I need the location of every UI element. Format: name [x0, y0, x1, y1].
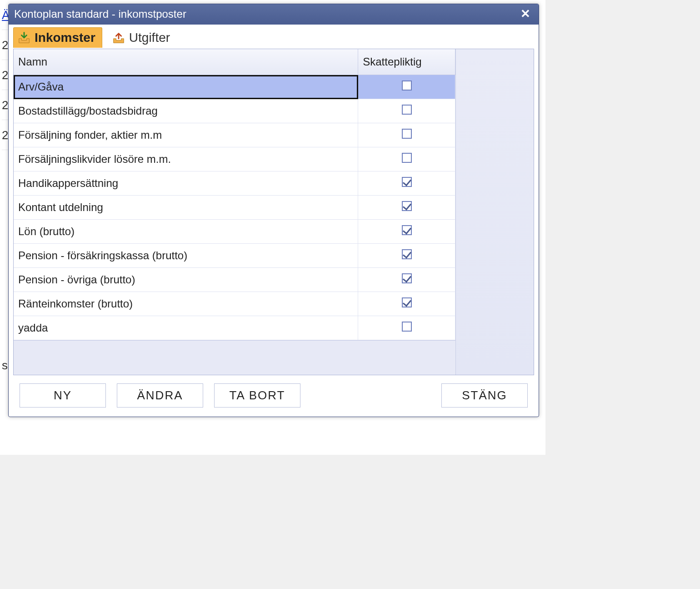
inbox-down-icon	[17, 31, 31, 45]
table-row[interactable]: Pension - försäkringskassa (brutto)	[14, 244, 455, 268]
table-row[interactable]: Handikappersättning	[14, 171, 455, 196]
row-name-cell[interactable]: Försäljning fonder, aktier m.m	[14, 123, 358, 147]
taxable-checkbox[interactable]	[402, 81, 412, 91]
taxable-checkbox[interactable]	[402, 273, 412, 283]
tab-expenses[interactable]: Utgifter	[108, 27, 177, 48]
row-taxable-cell[interactable]	[358, 292, 455, 316]
row-name-cell[interactable]: Pension - försäkringskassa (brutto)	[14, 244, 358, 268]
taxable-checkbox[interactable]	[402, 105, 412, 115]
grid-scroll-gutter[interactable]	[455, 49, 534, 375]
buttonbar: NY ÄNDRA TA BORT STÄNG	[13, 375, 534, 410]
table-row[interactable]: Försäljningslikvider lösöre m.m.	[14, 147, 455, 171]
table-row[interactable]: Arv/Gåva	[14, 75, 455, 99]
tab-income[interactable]: Inkomster	[13, 27, 102, 48]
dialog: Kontoplan standard - inkomstposter ✕ Ink…	[8, 4, 539, 417]
row-name-cell[interactable]: Handikappersättning	[14, 171, 358, 196]
tabstrip: Inkomster Utgifter	[9, 25, 539, 48]
row-name-cell[interactable]: Pension - övriga (brutto)	[14, 268, 358, 292]
col-header-name[interactable]: Namn	[14, 49, 358, 75]
taxable-checkbox[interactable]	[402, 201, 412, 211]
row-taxable-cell[interactable]	[358, 75, 455, 99]
taxable-checkbox[interactable]	[402, 153, 412, 163]
window-title: Kontoplan standard - inkomstposter	[14, 8, 186, 20]
row-name-cell[interactable]: Bostadstillägg/bostadsbidrag	[14, 99, 358, 123]
table-row[interactable]: Kontant utdelning	[14, 196, 455, 220]
table-row[interactable]: Bostadstillägg/bostadsbidrag	[14, 99, 455, 123]
row-taxable-cell[interactable]	[358, 196, 455, 220]
row-taxable-cell[interactable]	[358, 147, 455, 171]
row-taxable-cell[interactable]	[358, 244, 455, 268]
row-name-cell[interactable]: Arv/Gåva	[14, 75, 358, 99]
taxable-checkbox[interactable]	[402, 322, 412, 332]
row-name-cell[interactable]: yadda	[14, 316, 358, 340]
row-name-cell[interactable]: Ränteinkomster (brutto)	[14, 292, 358, 316]
row-name-cell[interactable]: Försäljningslikvider lösöre m.m.	[14, 147, 358, 171]
table-row[interactable]: Lön (brutto)	[14, 220, 455, 244]
row-taxable-cell[interactable]	[358, 268, 455, 292]
row-name-cell[interactable]: Lön (brutto)	[14, 220, 358, 244]
row-taxable-cell[interactable]	[358, 123, 455, 147]
new-button[interactable]: NY	[20, 383, 106, 408]
edit-button[interactable]: ÄNDRA	[117, 383, 203, 408]
row-taxable-cell[interactable]	[358, 220, 455, 244]
taxable-checkbox[interactable]	[402, 129, 412, 139]
taxable-checkbox[interactable]	[402, 297, 412, 307]
backdrop: ÄL 2 2 2 2 s Kontoplan standard - inkoms…	[0, 0, 545, 455]
row-taxable-cell[interactable]	[358, 316, 455, 340]
taxable-checkbox[interactable]	[402, 225, 412, 235]
table-row[interactable]: Pension - övriga (brutto)	[14, 268, 455, 292]
inbox-up-icon	[112, 31, 125, 45]
grid-body: Arv/GåvaBostadstillägg/bostadsbidragFörs…	[14, 75, 455, 340]
taxable-checkbox[interactable]	[402, 177, 412, 187]
row-name-cell[interactable]: Kontant utdelning	[14, 196, 358, 220]
table-row[interactable]: Ränteinkomster (brutto)	[14, 292, 455, 316]
close-icon[interactable]: ✕	[518, 7, 533, 21]
titlebar[interactable]: Kontoplan standard - inkomstposter ✕	[9, 4, 539, 25]
tab-expenses-label: Utgifter	[129, 30, 170, 45]
tab-income-label: Inkomster	[35, 30, 95, 45]
grid-table[interactable]: Namn Skattepliktig Arv/GåvaBostadstilläg…	[14, 49, 455, 340]
close-button[interactable]: STÄNG	[441, 383, 528, 408]
grid-empty-area	[14, 340, 455, 375]
table-row[interactable]: yadda	[14, 316, 455, 340]
delete-button[interactable]: TA BORT	[214, 383, 300, 408]
grid: Namn Skattepliktig Arv/GåvaBostadstilläg…	[13, 49, 534, 375]
taxable-checkbox[interactable]	[402, 249, 412, 259]
row-taxable-cell[interactable]	[358, 171, 455, 196]
col-header-taxable[interactable]: Skattepliktig	[358, 49, 455, 75]
table-row[interactable]: Försäljning fonder, aktier m.m	[14, 123, 455, 147]
row-taxable-cell[interactable]	[358, 99, 455, 123]
